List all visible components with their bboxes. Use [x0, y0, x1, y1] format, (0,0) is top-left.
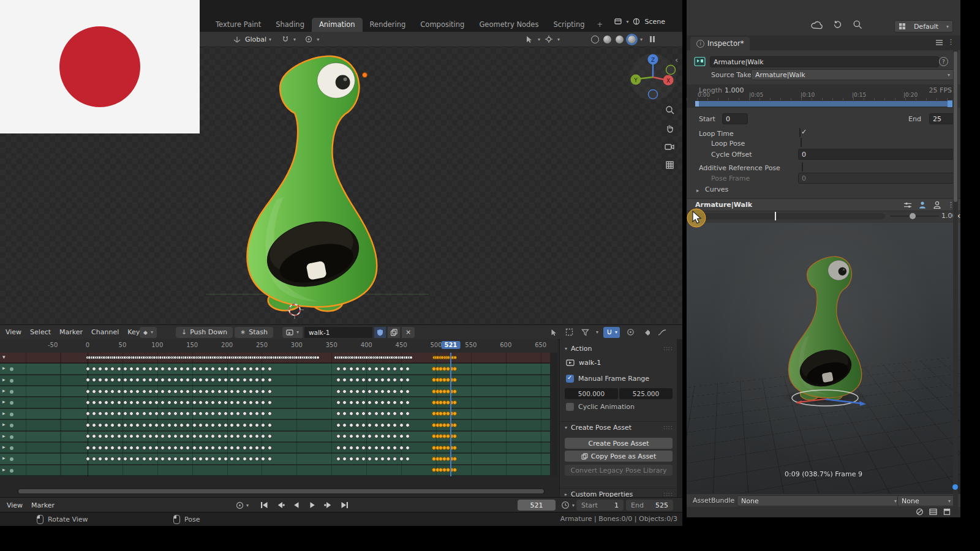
keyframe[interactable] [110, 457, 115, 461]
keyframe[interactable] [355, 389, 360, 394]
additive-reference-pose-checkbox[interactable] [802, 162, 803, 171]
dopesheet-channel-row[interactable]: ▸ [0, 397, 550, 408]
keyframe[interactable] [142, 423, 146, 427]
keyframe[interactable] [386, 378, 391, 382]
keyframe[interactable] [261, 367, 265, 371]
keyframe[interactable] [361, 446, 366, 450]
keyframe[interactable] [211, 457, 215, 461]
channel-expand-icon[interactable]: ▸ [2, 399, 6, 405]
copy-action-button[interactable] [388, 327, 400, 338]
scene-name[interactable]: Scene [644, 18, 665, 26]
keyframe[interactable] [217, 446, 222, 450]
snap-magnet-icon[interactable] [280, 34, 291, 45]
keyframe[interactable] [261, 434, 265, 438]
keyframe[interactable] [154, 411, 159, 416]
preview-scrub-bar[interactable] [695, 213, 885, 219]
filter-caret-icon[interactable]: ▾ [596, 329, 598, 335]
keyframe[interactable] [342, 434, 347, 438]
keyframe[interactable] [249, 423, 253, 427]
keyframe[interactable] [205, 378, 209, 382]
maximize-icon[interactable] [943, 508, 951, 515]
dopesheet-channel-row[interactable]: ▸ [0, 465, 550, 476]
keyframe[interactable] [173, 457, 178, 461]
search-icon[interactable] [853, 20, 862, 29]
keyframe[interactable] [249, 400, 253, 405]
stash-button[interactable]: ∗ Stash [235, 327, 273, 338]
playback-clock-caret-icon[interactable]: ▾ [572, 503, 575, 508]
shading-solid-icon[interactable] [603, 36, 611, 43]
keyframe[interactable] [92, 446, 96, 450]
list-view-icon[interactable] [929, 508, 937, 515]
keyframe[interactable] [123, 457, 127, 461]
keyframe[interactable] [110, 400, 115, 405]
manual-frame-range-checkbox[interactable] [566, 375, 574, 383]
keyframe[interactable] [198, 400, 203, 405]
keyframe[interactable] [148, 423, 153, 427]
keyframe[interactable] [336, 367, 341, 371]
keyframe[interactable] [386, 389, 391, 394]
keyframe[interactable] [92, 367, 96, 371]
keyframe[interactable] [249, 434, 253, 438]
keyframe[interactable] [249, 446, 253, 450]
keyframe[interactable] [393, 389, 397, 394]
keyframe[interactable] [211, 434, 215, 438]
keyframe[interactable] [236, 434, 240, 438]
keyframe[interactable] [148, 378, 153, 382]
shading-material-icon[interactable] [616, 36, 624, 43]
keyframe[interactable] [198, 378, 203, 382]
keyframe[interactable] [192, 367, 197, 371]
keyframe[interactable] [261, 389, 265, 394]
keying-icon[interactable] [641, 327, 652, 338]
keyframe[interactable] [92, 411, 96, 416]
keyframe[interactable] [236, 423, 240, 427]
keyframe[interactable] [160, 423, 165, 427]
tab-list-icon[interactable] [935, 39, 943, 46]
keyframe[interactable] [399, 457, 404, 461]
end-field[interactable]: 25 [929, 113, 954, 124]
keyframe[interactable] [154, 367, 159, 371]
keyframe[interactable] [243, 378, 247, 382]
loop-pose-checkbox[interactable] [801, 138, 802, 147]
keyframe[interactable] [243, 423, 247, 427]
keyframe[interactable] [186, 400, 190, 405]
keyframe[interactable] [224, 423, 228, 427]
keyframe[interactable] [399, 389, 404, 394]
keyframe[interactable] [104, 400, 108, 405]
keyframe[interactable] [399, 378, 404, 382]
keyframe[interactable] [230, 434, 234, 438]
keyframe[interactable] [268, 423, 272, 427]
keyframe[interactable] [135, 411, 140, 416]
keyframe[interactable] [268, 389, 272, 394]
keyframe[interactable] [123, 411, 127, 416]
gizmo-toggle-icon[interactable] [543, 34, 554, 45]
channel-expand-icon[interactable]: ▸ [2, 433, 6, 439]
channel-expand-icon[interactable]: ▸ [2, 388, 6, 394]
model-preview-viewport[interactable]: 0:09 (038.7%) Frame 9 [687, 223, 960, 493]
keyframe-selected[interactable] [453, 356, 457, 359]
snap-toggle-active[interactable]: ▾ [603, 327, 620, 338]
keyframe[interactable] [135, 378, 140, 382]
channel-expand-icon[interactable]: ▸ [2, 444, 6, 450]
keyframe[interactable] [167, 423, 172, 427]
keyframe[interactable] [129, 378, 134, 382]
keyframe[interactable] [249, 389, 253, 394]
keyframe[interactable] [160, 446, 165, 450]
keyframe[interactable] [198, 389, 203, 394]
keyframe[interactable] [154, 400, 159, 405]
keyframe[interactable] [236, 389, 240, 394]
keyframe[interactable] [173, 400, 178, 405]
keyframe[interactable] [405, 400, 410, 405]
keyframe[interactable] [167, 434, 172, 438]
keyframe[interactable] [123, 434, 127, 438]
keyframe[interactable] [205, 446, 209, 450]
keyframe[interactable] [243, 446, 247, 450]
keyframe[interactable] [349, 389, 353, 394]
keyframe[interactable] [230, 457, 234, 461]
keyframe[interactable] [368, 378, 372, 382]
keyframe[interactable] [86, 423, 90, 427]
keyframe[interactable] [255, 400, 259, 405]
keyframe[interactable] [211, 378, 215, 382]
keyframe[interactable] [243, 457, 247, 461]
keyframe[interactable] [92, 423, 96, 427]
keyframe[interactable] [243, 434, 247, 438]
